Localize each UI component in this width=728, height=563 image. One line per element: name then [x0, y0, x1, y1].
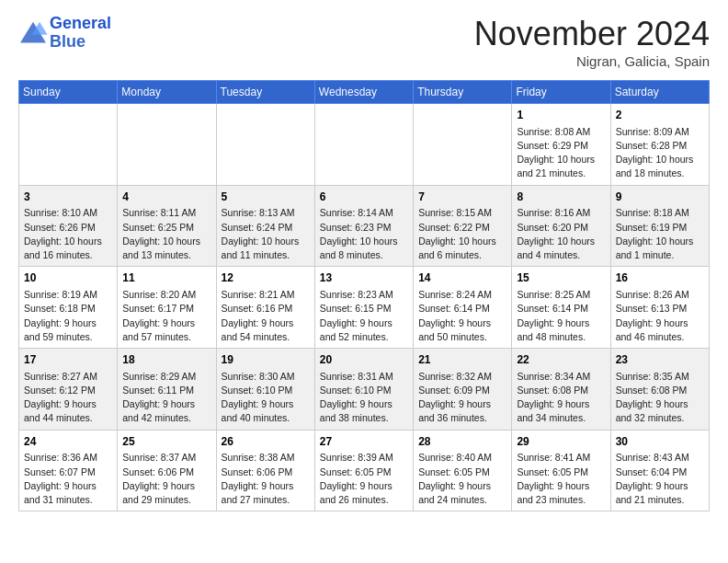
day-number: 27	[320, 434, 408, 450]
day-info: Sunrise: 8:21 AMSunset: 6:16 PMDaylight:…	[222, 288, 310, 344]
calendar-cell: 5Sunrise: 8:13 AMSunset: 6:24 PMDaylight…	[216, 185, 314, 267]
calendar-cell: 14Sunrise: 8:24 AMSunset: 6:14 PMDayligh…	[414, 267, 512, 349]
calendar-week-row-5: 24Sunrise: 8:36 AMSunset: 6:07 PMDayligh…	[19, 430, 710, 511]
calendar-cell: 4Sunrise: 8:11 AMSunset: 6:25 PMDaylight…	[118, 185, 216, 267]
calendar-cell: 25Sunrise: 8:37 AMSunset: 6:06 PMDayligh…	[118, 430, 216, 511]
location: Nigran, Galicia, Spain	[474, 53, 710, 69]
day-info: Sunrise: 8:24 AMSunset: 6:14 PMDaylight:…	[418, 288, 506, 344]
day-info: Sunrise: 8:29 AMSunset: 6:11 PMDaylight:…	[122, 370, 210, 426]
day-info: Sunrise: 8:10 AMSunset: 6:26 PMDaylight:…	[24, 206, 112, 262]
header-thursday: Thursday	[414, 81, 512, 104]
day-number: 5	[222, 190, 310, 205]
calendar-cell	[19, 104, 118, 186]
calendar-cell: 12Sunrise: 8:21 AMSunset: 6:16 PMDayligh…	[216, 267, 314, 349]
header-monday: Monday	[118, 81, 216, 104]
day-info: Sunrise: 8:39 AMSunset: 6:05 PMDaylight:…	[320, 451, 408, 507]
day-info: Sunrise: 8:25 AMSunset: 6:14 PMDaylight:…	[517, 288, 605, 344]
logo-icon	[18, 20, 48, 46]
calendar-cell: 2Sunrise: 8:09 AMSunset: 6:28 PMDaylight…	[610, 104, 709, 186]
day-number: 13	[320, 270, 408, 286]
day-number: 28	[418, 434, 506, 450]
calendar-week-row-1: 1Sunrise: 8:08 AMSunset: 6:29 PMDaylight…	[19, 104, 710, 186]
logo-line1: General	[50, 14, 111, 32]
calendar-cell	[216, 104, 314, 186]
header-wednesday: Wednesday	[314, 81, 413, 104]
calendar-week-row-3: 10Sunrise: 8:19 AMSunset: 6:18 PMDayligh…	[19, 267, 710, 349]
calendar-header-row: Sunday Monday Tuesday Wednesday Thursday…	[19, 81, 710, 104]
day-number: 30	[616, 434, 704, 450]
day-number: 17	[24, 352, 112, 368]
day-number: 1	[517, 108, 605, 123]
day-number: 2	[616, 108, 704, 123]
calendar-cell: 19Sunrise: 8:30 AMSunset: 6:10 PMDayligh…	[216, 349, 314, 431]
day-number: 11	[122, 270, 210, 286]
calendar-week-row-4: 17Sunrise: 8:27 AMSunset: 6:12 PMDayligh…	[19, 349, 710, 431]
day-number: 12	[222, 270, 310, 286]
calendar-cell: 3Sunrise: 8:10 AMSunset: 6:26 PMDaylight…	[19, 185, 118, 267]
day-number: 26	[222, 434, 310, 450]
day-info: Sunrise: 8:43 AMSunset: 6:04 PMDaylight:…	[616, 451, 704, 507]
day-number: 22	[517, 352, 605, 368]
calendar-table: Sunday Monday Tuesday Wednesday Thursday…	[18, 80, 710, 511]
day-info: Sunrise: 8:09 AMSunset: 6:28 PMDaylight:…	[616, 125, 704, 181]
calendar-cell: 17Sunrise: 8:27 AMSunset: 6:12 PMDayligh…	[19, 349, 118, 431]
calendar-cell: 24Sunrise: 8:36 AMSunset: 6:07 PMDayligh…	[19, 430, 118, 511]
calendar-cell: 21Sunrise: 8:32 AMSunset: 6:09 PMDayligh…	[414, 349, 512, 431]
calendar-cell: 9Sunrise: 8:18 AMSunset: 6:19 PMDaylight…	[610, 185, 709, 267]
day-number: 10	[24, 270, 112, 286]
day-info: Sunrise: 8:14 AMSunset: 6:23 PMDaylight:…	[320, 206, 408, 262]
title-block: November 2024 Nigran, Galicia, Spain	[474, 15, 710, 69]
calendar-cell: 20Sunrise: 8:31 AMSunset: 6:10 PMDayligh…	[314, 349, 413, 431]
calendar-cell: 29Sunrise: 8:41 AMSunset: 6:05 PMDayligh…	[512, 430, 610, 511]
calendar-cell	[118, 104, 216, 186]
calendar-cell: 1Sunrise: 8:08 AMSunset: 6:29 PMDaylight…	[512, 104, 610, 186]
calendar-cell: 30Sunrise: 8:43 AMSunset: 6:04 PMDayligh…	[610, 430, 709, 511]
day-number: 15	[517, 270, 605, 286]
logo: General Blue	[18, 15, 111, 52]
logo-text: General Blue	[50, 15, 111, 52]
day-info: Sunrise: 8:35 AMSunset: 6:08 PMDaylight:…	[616, 370, 704, 426]
day-number: 29	[517, 434, 605, 450]
calendar-cell: 23Sunrise: 8:35 AMSunset: 6:08 PMDayligh…	[610, 349, 709, 431]
day-number: 9	[616, 190, 704, 205]
calendar-cell: 18Sunrise: 8:29 AMSunset: 6:11 PMDayligh…	[118, 349, 216, 431]
day-info: Sunrise: 8:37 AMSunset: 6:06 PMDaylight:…	[122, 451, 210, 507]
calendar-cell	[414, 104, 512, 186]
day-number: 3	[24, 190, 112, 205]
day-number: 6	[320, 190, 408, 205]
day-info: Sunrise: 8:40 AMSunset: 6:05 PMDaylight:…	[418, 451, 506, 507]
calendar-cell: 7Sunrise: 8:15 AMSunset: 6:22 PMDaylight…	[414, 185, 512, 267]
calendar-cell: 16Sunrise: 8:26 AMSunset: 6:13 PMDayligh…	[610, 267, 709, 349]
calendar-cell: 26Sunrise: 8:38 AMSunset: 6:06 PMDayligh…	[216, 430, 314, 511]
day-info: Sunrise: 8:15 AMSunset: 6:22 PMDaylight:…	[418, 206, 506, 262]
day-info: Sunrise: 8:31 AMSunset: 6:10 PMDaylight:…	[320, 370, 408, 426]
day-info: Sunrise: 8:20 AMSunset: 6:17 PMDaylight:…	[122, 288, 210, 344]
calendar-cell: 11Sunrise: 8:20 AMSunset: 6:17 PMDayligh…	[118, 267, 216, 349]
day-info: Sunrise: 8:27 AMSunset: 6:12 PMDaylight:…	[24, 370, 112, 426]
day-number: 16	[616, 270, 704, 286]
day-number: 8	[517, 190, 605, 205]
day-info: Sunrise: 8:16 AMSunset: 6:20 PMDaylight:…	[517, 206, 605, 262]
day-number: 19	[222, 352, 310, 368]
day-info: Sunrise: 8:38 AMSunset: 6:06 PMDaylight:…	[222, 451, 310, 507]
day-info: Sunrise: 8:11 AMSunset: 6:25 PMDaylight:…	[122, 206, 210, 262]
day-info: Sunrise: 8:13 AMSunset: 6:24 PMDaylight:…	[222, 206, 310, 262]
header-friday: Friday	[512, 81, 610, 104]
day-info: Sunrise: 8:23 AMSunset: 6:15 PMDaylight:…	[320, 288, 408, 344]
day-info: Sunrise: 8:08 AMSunset: 6:29 PMDaylight:…	[517, 125, 605, 181]
header: General Blue November 2024 Nigran, Galic…	[18, 15, 710, 69]
day-number: 25	[122, 434, 210, 450]
calendar-week-row-2: 3Sunrise: 8:10 AMSunset: 6:26 PMDaylight…	[19, 185, 710, 267]
day-number: 23	[616, 352, 704, 368]
day-info: Sunrise: 8:36 AMSunset: 6:07 PMDaylight:…	[24, 451, 112, 507]
calendar-cell: 6Sunrise: 8:14 AMSunset: 6:23 PMDaylight…	[314, 185, 413, 267]
day-number: 20	[320, 352, 408, 368]
month-title: November 2024	[474, 15, 710, 53]
day-info: Sunrise: 8:18 AMSunset: 6:19 PMDaylight:…	[616, 206, 704, 262]
calendar-cell: 28Sunrise: 8:40 AMSunset: 6:05 PMDayligh…	[414, 430, 512, 511]
day-number: 7	[418, 190, 506, 205]
logo-line2: Blue	[50, 32, 85, 51]
calendar-cell: 13Sunrise: 8:23 AMSunset: 6:15 PMDayligh…	[314, 267, 413, 349]
day-info: Sunrise: 8:41 AMSunset: 6:05 PMDaylight:…	[517, 451, 605, 507]
calendar-cell: 8Sunrise: 8:16 AMSunset: 6:20 PMDaylight…	[512, 185, 610, 267]
